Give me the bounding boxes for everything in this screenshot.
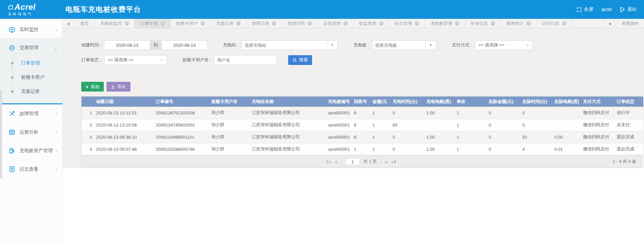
transaction-icon [9,45,15,51]
row-number-cell: 2 [82,119,94,131]
sidebar-item-3[interactable]: 运营分析‹ [0,123,62,141]
table-cell [424,119,455,131]
close-operations-menu[interactable]: 关闭操作 [616,19,644,28]
username-link[interactable]: acrel [602,7,612,12]
table-cell: 0 [391,107,424,119]
export-button[interactable]: 导出 [106,82,130,92]
tab-close-icon[interactable]: × [415,21,419,26]
station-dropdown-icon[interactable]: ▼ [327,40,338,50]
sidebar-item-0[interactable]: 实时监控‹ [0,21,62,38]
logout-button[interactable]: 退出 [620,6,637,12]
table-row[interactable]: 12020-08-13 13:11:532008134751302008张少群江… [82,107,643,119]
page-number-input[interactable] [345,158,360,165]
pile-select-input[interactable] [372,40,425,50]
top-header: Acrel 安科瑞电气 电瓶车充电桩收费平台 全屏 acrel 退出 [0,0,644,19]
pagination-bar: « « 共 1 页 » » 1 - 4 共 4 条 [81,155,641,168]
tab-8[interactable]: 收益查询× [354,19,389,28]
table-row[interactable]: 32020-08-13 09:38:102008133468901101张少群江… [82,131,643,143]
add-button[interactable]: + 添加 [81,82,104,92]
search-icon [293,58,297,62]
table-cell: 0 [487,107,520,119]
logout-label: 退出 [627,6,637,12]
tab-close-icon[interactable]: × [125,21,129,26]
table-cell: 0 [487,131,520,143]
tab-3[interactable]: 射频卡用户× [171,19,211,28]
column-header-1: 订单编号 [154,97,209,107]
sidebar-item-2[interactable]: 故障管理‹ [0,104,62,123]
table-row[interactable]: 42020-08-13 09:07:462008133286600746张少群江… [82,143,643,155]
table-row[interactable]: 22020-08-13 13:10:562008134745602002张少群江… [82,119,643,131]
tab-close-icon[interactable]: × [526,21,531,26]
tab-7[interactable]: 运营趋势× [318,19,354,28]
tab-close-icon[interactable]: × [272,21,276,26]
sidebar-scrollbar[interactable] [0,90,2,179]
content-panel: 创建时间 : 到 充电站 : ▼ 充电桩 : [63,28,644,168]
sidebar-subitem-1-1[interactable]: 射频卡用户 [0,70,62,84]
last-page-button[interactable]: » [391,159,395,165]
monitor-icon [9,27,15,33]
next-page-button[interactable]: » [385,159,388,165]
tab-close-icon[interactable]: × [455,21,459,26]
sidebar-item-5[interactable]: 日志查看‹ [0,160,62,178]
sidebar-item-label: 日志查看 [20,166,38,172]
order-status-select[interactable]: == 请选择 == ∨ [104,55,167,65]
tab-1[interactable]: 充电站监控× [95,19,135,28]
tab-close-icon[interactable]: × [562,21,566,26]
search-button[interactable]: 搜索 [288,55,312,65]
column-header-2: 射频卡用户名 [209,97,250,107]
tab-close-icon[interactable]: × [160,21,165,26]
tab-13[interactable]: 访问日志× [536,19,572,28]
tab-10[interactable]: 充电桩管理× [425,19,465,28]
tab-close-icon[interactable]: × [201,21,205,26]
search-label: 搜索 [299,57,308,63]
export-icon [111,84,115,89]
sidebar-subitem-1-2[interactable]: 充值记录 [0,84,62,99]
acrel-logo-icon [8,5,13,10]
tabs-scroll-left-button[interactable]: « [63,19,75,28]
prev-page-button[interactable]: « [335,159,338,165]
table-cell: 9 [352,131,370,143]
tab-close-icon[interactable]: × [491,21,495,26]
tab-close-icon[interactable]: × [308,21,312,26]
last-page-bar [395,160,395,163]
date-from-input[interactable] [104,40,150,50]
filter-section: 创建时间 : 到 充电站 : ▼ 充电桩 : [63,28,644,65]
sidebar-item-4[interactable]: 充电桩资产管理‹ [0,141,62,160]
first-page-button[interactable]: « [327,159,331,165]
station-select-input[interactable] [241,40,327,50]
tab-9[interactable]: 站点管理× [389,19,425,28]
date-to-input[interactable] [161,40,207,50]
tab-11[interactable]: 登录日志× [465,19,501,28]
tab-5[interactable]: 故障记录× [246,19,282,28]
tab-6[interactable]: 故障代码× [282,19,318,28]
column-header-7: 充电时间(分) [391,97,424,107]
table-cell: 1 [455,131,487,143]
table-cell: acrel00001 [315,119,352,131]
table-cell: 张少群 [209,143,250,155]
rfid-user-input[interactable] [214,55,277,65]
tab-0[interactable]: 首页 [75,19,95,28]
main-area: « 首页充电站监控×订单管理×射频卡用户×充值记录×故障记录×故障代码×运营趋势… [63,19,644,242]
table-cell: 张少群 [209,119,250,131]
tab-2[interactable]: 订单管理× [135,19,171,28]
row-number-cell: 4 [82,143,94,155]
tabs-scroll-right-button[interactable]: » [604,19,616,28]
tab-4[interactable]: 充值记录× [211,19,246,28]
sidebar-item-1[interactable]: 交易管理⌄ [0,39,62,56]
table-cell: 0 [487,119,520,131]
table-cell: 2020-08-13 09:07:46 [94,143,154,155]
table-cell: 9 [352,119,370,131]
pile-dropdown-icon[interactable]: ▼ [425,40,436,50]
table-cell: 江苏安科瑞制造有限公司 [250,119,315,131]
tab-close-icon[interactable]: × [236,21,241,26]
sidebar-subitem-1-0[interactable]: 订单管理 [0,56,62,70]
table-cell: 0 [391,143,424,155]
table-cell: 江苏安科瑞制造有限公司 [250,107,315,119]
tab-close-icon[interactable]: × [379,21,384,26]
fullscreen-button[interactable]: 全屏 [577,6,593,12]
tab-12[interactable]: 图表统计× [501,19,536,28]
pay-method-select[interactable]: == 请选择 == ∨ [475,40,533,50]
table-cell: 退款完成 [615,143,643,155]
rfid-user-label: 射频卡用户名 : [182,57,211,63]
tab-close-icon[interactable]: × [343,21,348,26]
